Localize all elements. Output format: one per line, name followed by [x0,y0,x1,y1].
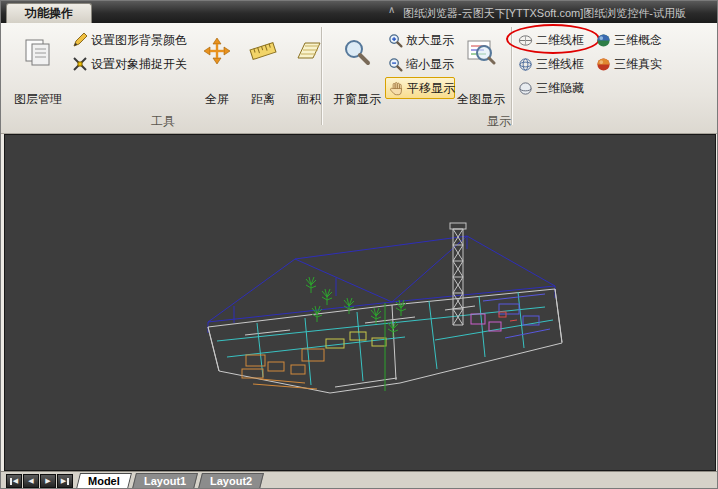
zoom-out-button[interactable]: 缩小显示 [385,53,451,75]
tab-layout1-label: Layout1 [144,475,186,487]
end-bar [10,478,12,485]
wireframe-2d-label: 二维线框 [536,32,584,49]
layers-icon [23,37,53,67]
distance-label: 距离 [251,91,275,108]
area-button[interactable]: 面积 [287,27,331,113]
app-window: 功能操作 ∧ 图纸浏览器-云图天下[YTTXSoft.com]图纸浏览控件-试用… [0,0,718,489]
wireframe-3d-label: 三维线框 [536,56,584,73]
realistic-3d-button[interactable]: 三维真实 [593,53,667,75]
conceptual-3d-icon [596,33,611,48]
wireframe-model [5,135,716,471]
ribbon: 图层管理 设置图形背景颜色 设置对象捕捉开关 [1,23,718,134]
zoom-in-button[interactable]: 放大显示 [385,29,451,51]
zoom-in-label: 放大显示 [406,32,454,49]
snap-cross-icon [72,56,88,72]
wireframe-2d-button[interactable]: 二维线框 [515,29,589,51]
tab-layout1[interactable]: Layout1 [132,473,198,489]
group-label-tools: 工具 [5,113,321,129]
zoom-out-icon [388,57,403,72]
tab-layout2-label: Layout2 [210,475,252,487]
furniture-orange [242,349,324,389]
hidden-3d-button[interactable]: 三维隐藏 [515,77,589,99]
zoom-extents-button[interactable]: 全图显示 [453,27,509,113]
wireframe-3d-button[interactable]: 三维线框 [515,53,589,75]
window-zoom-button[interactable]: 开窗显示 [329,27,385,113]
arrow-right-icon: ▶ [61,477,66,485]
last-sheet-button[interactable]: ▶ [57,474,73,488]
zoom-out-label: 缩小显示 [406,56,454,73]
drawing-canvas[interactable] [4,134,716,471]
area-measure-icon [295,37,323,65]
tab-model[interactable]: Model [76,473,132,489]
zoom-extents-label: 全图显示 [457,91,505,108]
ribbon-collapse-icon[interactable]: ∧ [388,4,395,15]
ruler-icon [249,37,277,65]
end-bar [67,478,69,485]
first-sheet-button[interactable]: ◀ [6,474,22,488]
plants-green [306,277,406,391]
fullscreen-arrows-icon [203,37,231,65]
hidden-3d-label: 三维隐藏 [536,80,584,97]
pan-label: 平移显示 [407,80,455,97]
details-red [499,312,517,321]
fullscreen-label: 全屏 [205,91,229,108]
wireframe-3d-icon [518,57,533,72]
sheet-tab-strip: ◀ ◀ ▶ ▶ Model Layout1 Layout2 [1,471,718,489]
layer-manager-label: 图层管理 [14,91,62,108]
roof-lines [208,236,555,333]
zoom-extents-icon [466,37,496,67]
area-label: 面积 [297,91,321,108]
conceptual-3d-button[interactable]: 三维概念 [593,29,667,51]
realistic-3d-icon [596,57,611,72]
window-title: 图纸浏览器-云图天下[YTTXSoft.com]图纸浏览控件-试用版 [403,6,686,21]
pan-hand-icon [389,81,404,96]
magnifier-icon [342,37,372,67]
tab-layout2[interactable]: Layout2 [198,473,264,489]
group-separator [321,27,323,125]
set-bg-color-button[interactable]: 设置图形背景颜色 [69,29,199,51]
conceptual-3d-label: 三维概念 [614,32,662,49]
previous-sheet-button[interactable]: ◀ [23,474,39,488]
realistic-3d-label: 三维真实 [614,56,662,73]
titlebar: 功能操作 ∧ 图纸浏览器-云图天下[YTTXSoft.com]图纸浏览控件-试用… [1,1,717,23]
hidden-3d-icon [518,81,533,96]
wireframe-2d-icon [518,33,533,48]
set-osnap-label: 设置对象捕捉开关 [91,56,187,73]
next-sheet-button[interactable]: ▶ [40,474,56,488]
group-label-display: 显示 [323,113,675,129]
layer-manager-button[interactable]: 图层管理 [9,27,67,113]
window-zoom-label: 开窗显示 [333,91,381,108]
arrow-left-icon: ◀ [28,477,33,485]
group-separator [511,27,513,125]
arrow-left-icon: ◀ [13,477,18,485]
details-magenta [471,314,501,331]
tab-model-label: Model [88,475,120,487]
fullscreen-button[interactable]: 全屏 [195,27,239,113]
tab-function-operations[interactable]: 功能操作 [6,3,92,23]
pan-button[interactable]: 平移显示 [385,77,455,99]
set-osnap-button[interactable]: 设置对象捕捉开关 [69,53,199,75]
set-bg-color-label: 设置图形背景颜色 [91,32,187,49]
pencil-color-icon [72,32,88,48]
zoom-in-icon [388,33,403,48]
arrow-right-icon: ▶ [45,477,50,485]
distance-button[interactable]: 距离 [241,27,285,113]
